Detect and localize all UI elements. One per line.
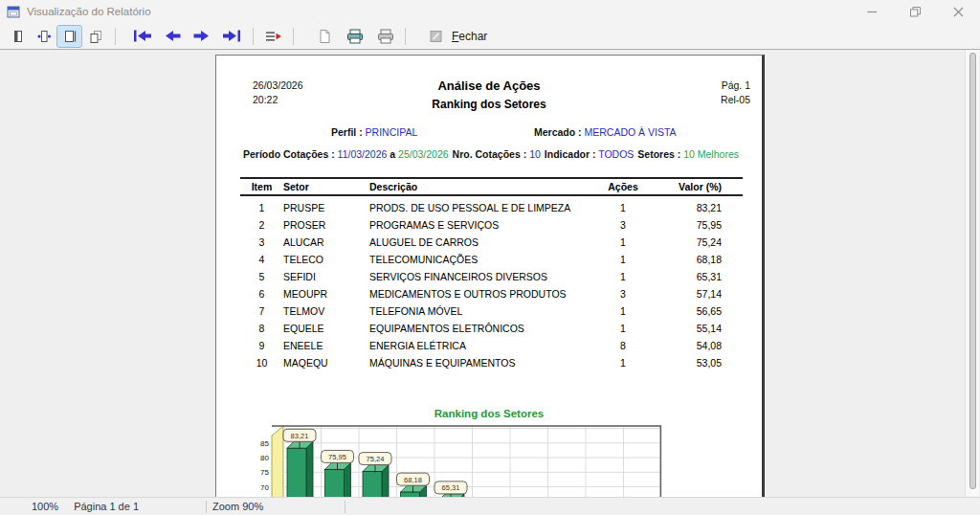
- table-cell: 8: [240, 323, 283, 334]
- table-cell: TELEFONIA MÓVEL: [369, 305, 594, 317]
- statusbar-page-info: Página 1 de 1: [74, 501, 139, 512]
- titlebar: Visualização do Relatório: [0, 0, 980, 23]
- table-cell: SERVIÇOS FINANCEIROS DIVERSOS: [369, 271, 594, 282]
- column-header: Ações: [594, 181, 652, 192]
- printer-setup-button[interactable]: [373, 26, 397, 47]
- table-cell: 1: [594, 305, 652, 317]
- ranking-bar-chart: 8580757065605550454083,2175,9575,2468,18…: [255, 424, 666, 497]
- last-page-button[interactable]: [221, 26, 242, 47]
- table-cell: 1: [594, 202, 652, 213]
- exit-icon: [430, 30, 443, 43]
- report-subtitle: Ranking dos Setores: [216, 98, 762, 111]
- table-cell: 10: [240, 357, 283, 369]
- table-row: 10MAQEQUMÁQUINAS E EQUIPAMENTOS153,05: [240, 354, 743, 371]
- table-row: 3ALUCARALUGUEL DE CARROS175,24: [240, 234, 743, 251]
- view-multiple-pages-button[interactable]: [83, 26, 107, 47]
- table-cell: 68,18: [652, 254, 743, 265]
- table-cell: MAQEQU: [283, 357, 369, 369]
- scrollbar-thumb[interactable]: [969, 53, 976, 489]
- table-row: 6MEOUPRMEDICAMENTOS E OUTROS PRODUTOS357…: [240, 285, 743, 302]
- page-navigation: [132, 26, 242, 47]
- minimize-button[interactable]: [851, 0, 894, 23]
- param-periodo: Período Cotações : 11/03/2026 a 25/03/20…: [243, 148, 449, 160]
- param-perfil: Perfil : PRINCIPAL: [331, 126, 417, 138]
- multiple-pages-icon: [88, 29, 103, 44]
- table-cell: 75,24: [652, 236, 743, 248]
- table-cell: 54,08: [652, 340, 743, 351]
- statusbar: 100% Página 1 de 1 Zoom 90%: [0, 497, 980, 515]
- restore-button[interactable]: [894, 0, 937, 23]
- next-page-button[interactable]: [191, 26, 212, 47]
- table-cell: 8: [594, 340, 652, 351]
- table-cell: 1: [594, 271, 652, 282]
- table-cell: 9: [240, 340, 283, 351]
- printer-color-icon: [346, 29, 364, 44]
- statusbar-separator: [345, 501, 345, 513]
- svg-text:75: 75: [260, 468, 269, 477]
- fechar-button[interactable]: Fechar: [424, 28, 493, 45]
- table-cell: 6: [240, 288, 283, 300]
- report-page-info: Pág. 1 Rel-05: [721, 78, 750, 107]
- goto-page-button[interactable]: [261, 26, 285, 47]
- table-row: 5SEFIDISERVIÇOS FINANCEIROS DIVERSOS165,…: [240, 268, 743, 285]
- previous-page-button[interactable]: [162, 26, 183, 47]
- print-button[interactable]: [343, 26, 367, 47]
- report-code-label: Rel-05: [721, 93, 750, 107]
- table-cell: PRUSPE: [283, 202, 369, 213]
- window-title: Visualização do Relatório: [27, 6, 151, 17]
- toolbar: Fechar: [0, 23, 980, 49]
- table-row: 2PROSERPROGRAMAS E SERVIÇOS375,95: [240, 216, 743, 234]
- table-cell: ENERGIA ELÉTRICA: [369, 340, 594, 351]
- table-cell: TELECO: [283, 254, 369, 265]
- table-cell: 83,21: [652, 202, 743, 213]
- table-cell: 3: [594, 219, 652, 231]
- first-page-icon: [133, 30, 152, 42]
- svg-text:65,31: 65,31: [442, 483, 460, 492]
- table-cell: MÁQUINAS E EQUIPAMENTOS: [369, 357, 594, 369]
- table-row: 8EQUELEEQUIPAMENTOS ELETRÔNICOS155,14: [240, 320, 743, 337]
- table-cell: EQUELE: [283, 323, 369, 334]
- report-title: Análise de Ações: [216, 78, 762, 93]
- table-cell: SEFIDI: [283, 271, 369, 282]
- statusbar-zoom-label: Zoom 90%: [212, 501, 263, 512]
- table-cell: EQUIPAMENTOS ELETRÔNICOS: [369, 323, 594, 334]
- table-cell: PRODS. DE USO PESSOAL E DE LIMPEZA: [369, 202, 594, 213]
- table-cell: 7: [240, 305, 283, 317]
- page-number-label: Pág. 1: [721, 78, 750, 93]
- table-cell: 56,65: [652, 305, 743, 317]
- table-cell: 1: [594, 323, 652, 334]
- previous-page-icon: [163, 30, 182, 42]
- window-controls: [851, 0, 980, 23]
- svg-text:83,21: 83,21: [291, 432, 309, 440]
- view-whole-page-button[interactable]: [6, 26, 30, 47]
- chart-title: Ranking dos Setores: [216, 408, 762, 419]
- view-page-width-button[interactable]: [32, 26, 56, 47]
- view-actual-size-button[interactable]: [57, 26, 81, 47]
- toolbar-separator: [405, 28, 406, 45]
- statusbar-zoom-pct: 100%: [32, 501, 58, 512]
- table-cell: MEDICAMENTOS E OUTROS PRODUTOS: [369, 288, 594, 300]
- svg-text:68,18: 68,18: [404, 476, 422, 484]
- table-cell: ENEELE: [283, 340, 369, 351]
- table-cell: MEOUPR: [283, 288, 369, 300]
- svg-text:70: 70: [260, 483, 269, 492]
- param-indicador: Indicador : TODOS: [545, 148, 635, 160]
- next-page-icon: [192, 30, 212, 42]
- page-setup-button[interactable]: [312, 26, 336, 47]
- param-row-2: Período Cotações : 11/03/2026 a 25/03/20…: [243, 148, 739, 160]
- column-header: Setor: [283, 181, 369, 192]
- table-row: 4TELECOTELECOMUNICAÇÕES168,18: [240, 251, 743, 268]
- table-cell: 1: [594, 236, 652, 248]
- goto-page-icon: [265, 30, 282, 43]
- first-page-button[interactable]: [132, 26, 153, 47]
- svg-text:80: 80: [260, 454, 269, 462]
- table-row: 7TELMOVTELEFONIA MÓVEL156,65: [240, 302, 743, 320]
- column-header: Descrição: [369, 181, 594, 192]
- param-mercado: Mercado : MERCADO À VISTA: [534, 126, 677, 138]
- table-cell: 65,31: [652, 271, 743, 282]
- close-window-button[interactable]: [937, 0, 980, 23]
- vertical-scrollbar[interactable]: [965, 50, 979, 497]
- table-cell: 75,95: [652, 219, 743, 231]
- table-cell: 3: [594, 288, 652, 300]
- table-row: 9ENEELEENERGIA ELÉTRICA854,08: [240, 337, 743, 354]
